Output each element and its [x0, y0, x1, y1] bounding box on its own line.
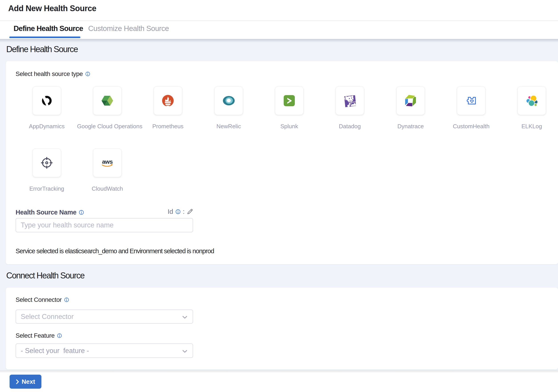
svg-text:aws: aws: [102, 159, 113, 165]
